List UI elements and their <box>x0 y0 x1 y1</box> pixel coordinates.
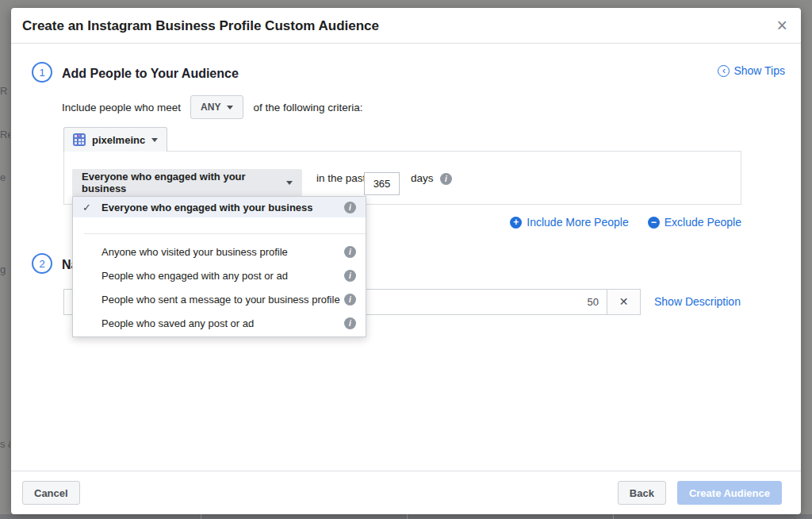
sentence-suffix: of the following criteria: <box>253 102 362 113</box>
menu-option-label: People who engaged with any post or ad <box>102 270 344 282</box>
cancel-button[interactable]: Cancel <box>22 481 80 505</box>
background-text-fragment: R <box>0 85 10 97</box>
show-tips-link[interactable]: ‹ Show Tips <box>718 64 785 77</box>
info-icon[interactable]: i <box>440 173 452 185</box>
background-text-fragment: e <box>0 171 10 183</box>
plus-circle-icon: + <box>510 217 522 229</box>
exclude-people-link[interactable]: − Exclude People <box>648 216 741 229</box>
days-input[interactable] <box>364 172 400 195</box>
engagement-type-value: Everyone who engaged with your business <box>82 171 286 194</box>
minus-circle-icon: − <box>648 217 660 229</box>
menu-option-label: Anyone who visited your business profile <box>102 246 344 258</box>
close-icon[interactable]: × <box>777 15 787 36</box>
menu-option[interactable]: Anyone who visited your business profile… <box>73 240 366 263</box>
info-icon[interactable]: i <box>344 202 356 213</box>
criteria-sentence: Include people who meet ANY of the follo… <box>62 95 363 119</box>
create-audience-button[interactable]: Create Audience <box>677 481 782 505</box>
match-type-value: ANY <box>201 102 220 113</box>
menu-option-label: People who sent a message to your busine… <box>102 294 344 306</box>
background-text-fragment: s & <box>0 438 10 450</box>
exclude-label: Exclude People <box>665 216 741 229</box>
sentence-prefix: Include people who meet <box>62 102 181 113</box>
chevron-left-circle-icon: ‹ <box>718 65 730 77</box>
engagement-type-dropdown[interactable]: Everyone who engaged with your business <box>72 169 302 196</box>
background-table-strip <box>0 514 812 519</box>
show-tips-label: Show Tips <box>733 64 785 77</box>
check-icon: ✓ <box>82 202 102 213</box>
include-more-label: Include More People <box>527 216 628 229</box>
days-label: days <box>411 152 434 206</box>
match-type-dropdown[interactable]: ANY <box>190 95 243 119</box>
source-account-dropdown[interactable]: pixelmeinc <box>63 127 167 152</box>
create-audience-dialog: Create an Instagram Business Profile Cus… <box>11 8 801 514</box>
background-text-fragment: Re <box>0 129 10 140</box>
info-icon[interactable]: i <box>344 246 356 258</box>
info-icon[interactable]: i <box>344 317 356 329</box>
caret-down-icon <box>151 138 158 142</box>
clear-name-button[interactable]: ✕ <box>607 289 641 315</box>
include-more-people-link[interactable]: + Include More People <box>510 216 628 229</box>
caret-down-icon <box>227 106 233 110</box>
menu-option[interactable]: People who sent a message to your busine… <box>73 287 366 311</box>
footer-actions: Back Create Audience <box>618 481 782 505</box>
info-icon[interactable]: i <box>344 294 356 306</box>
engagement-type-menu: ✓ Everyone who engaged with your busines… <box>72 196 366 337</box>
step-1-badge: 1 <box>32 62 52 83</box>
dialog-header: Create an Instagram Business Profile Cus… <box>11 8 801 44</box>
step-1-heading: Add People to Your Audience <box>62 67 239 81</box>
background-column-divider <box>613 514 614 519</box>
back-button[interactable]: Back <box>618 481 666 505</box>
menu-option-label: People who saved any post or ad <box>102 317 344 329</box>
menu-option[interactable]: People who engaged with any post or ad i <box>73 263 366 287</box>
menu-option-label: Everyone who engaged with your business <box>102 202 344 213</box>
background-column-divider <box>407 514 408 519</box>
dialog-title: Create an Instagram Business Profile Cus… <box>22 8 379 44</box>
step-2-badge: 2 <box>32 253 52 274</box>
dialog-footer: Cancel Back Create Audience <box>11 471 801 514</box>
menu-option-selected[interactable]: ✓ Everyone who engaged with your busines… <box>73 197 366 217</box>
char-count: 50 <box>588 289 599 315</box>
background-column-divider <box>201 514 201 519</box>
background-text-fragment: g <box>0 263 10 275</box>
menu-divider <box>84 233 366 234</box>
audience-actions: + Include More People − Exclude People <box>510 216 741 229</box>
caret-down-icon <box>286 181 293 185</box>
menu-options: Anyone who visited your business profile… <box>73 240 366 335</box>
show-description-link[interactable]: Show Description <box>654 289 741 315</box>
info-icon[interactable]: i <box>344 270 356 282</box>
menu-option[interactable]: People who saved any post or ad i <box>73 311 366 335</box>
source-account-name: pixelmeinc <box>92 134 145 146</box>
instagram-profile-icon <box>73 133 86 146</box>
